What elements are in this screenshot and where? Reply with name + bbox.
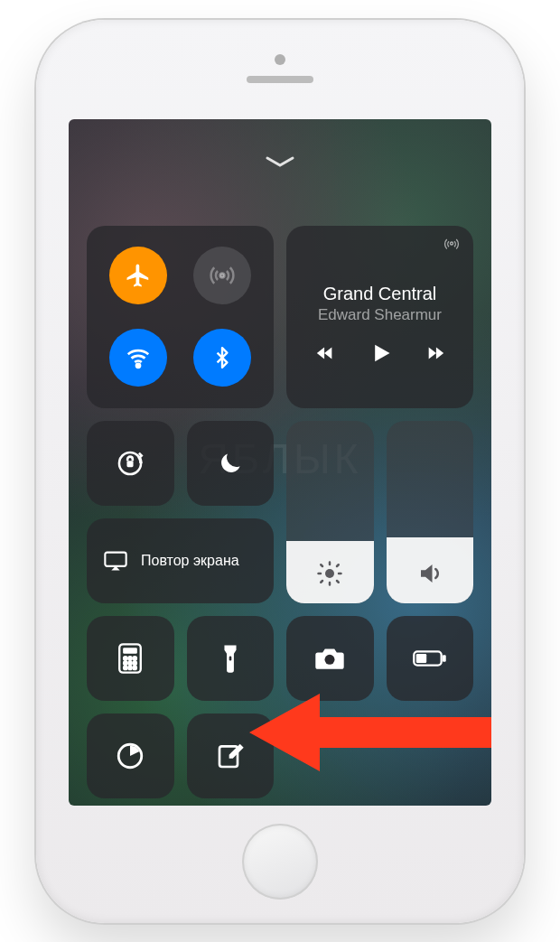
track-artist: Edward Shearmur: [303, 306, 457, 324]
orientation-lock-icon: [115, 448, 145, 479]
airplay-audio-icon[interactable]: [443, 237, 461, 256]
svg-point-2: [451, 242, 453, 245]
home-button[interactable]: [242, 824, 318, 900]
screen-mirroring-label: Повтор экрана: [141, 553, 239, 569]
camera-icon: [314, 646, 345, 671]
svg-point-9: [124, 657, 126, 659]
do-not-disturb-toggle[interactable]: [187, 421, 275, 506]
orientation-lock-toggle[interactable]: [87, 421, 174, 506]
cellular-icon: [209, 262, 236, 289]
calculator-icon: [117, 643, 143, 674]
front-camera: [275, 54, 285, 65]
svg-rect-21: [443, 655, 446, 662]
low-power-mode-tile[interactable]: [387, 616, 474, 701]
svg-point-11: [134, 657, 136, 659]
svg-point-10: [129, 657, 132, 659]
control-center: Grand Central Edward Shearmur: [69, 119, 491, 806]
screen-mirroring-button[interactable]: Повтор экрана: [87, 518, 274, 603]
bluetooth-toggle[interactable]: [193, 329, 251, 387]
control-center-grid: Grand Central Edward Shearmur: [87, 226, 473, 798]
cellular-data-toggle[interactable]: [193, 247, 251, 304]
airplane-icon: [125, 262, 152, 289]
calculator-tile[interactable]: [87, 616, 174, 701]
forward-button[interactable]: [424, 343, 447, 367]
brightness-icon: [316, 560, 343, 587]
svg-point-12: [124, 661, 126, 664]
wifi-toggle[interactable]: [109, 329, 167, 387]
svg-point-17: [134, 666, 136, 668]
timer-tile[interactable]: [87, 713, 174, 798]
compose-note-icon: [216, 741, 245, 770]
svg-point-14: [134, 661, 136, 664]
camera-tile[interactable]: [286, 616, 374, 701]
screen-mirroring-icon: [103, 550, 128, 572]
moon-icon: [217, 450, 244, 477]
earpiece-speaker: [247, 76, 313, 83]
svg-rect-22: [416, 653, 426, 662]
svg-rect-8: [123, 648, 137, 654]
timer-icon: [115, 741, 145, 771]
flashlight-icon: [221, 643, 239, 674]
svg-point-13: [129, 661, 132, 664]
svg-point-19: [325, 654, 335, 664]
screen: ЯБЛЫК: [69, 119, 491, 806]
airplane-mode-toggle[interactable]: [109, 247, 167, 304]
flashlight-tile[interactable]: [187, 616, 275, 701]
svg-point-15: [124, 666, 126, 668]
notes-tile[interactable]: [187, 713, 275, 798]
wifi-icon: [125, 344, 152, 371]
brightness-slider[interactable]: [286, 421, 374, 603]
iphone-device-frame: ЯБЛЫК: [36, 20, 524, 923]
svg-rect-18: [229, 656, 231, 660]
dismiss-chevron-icon[interactable]: [265, 155, 295, 172]
connectivity-group[interactable]: [87, 226, 274, 408]
play-button[interactable]: [368, 340, 393, 369]
svg-rect-4: [127, 461, 134, 467]
rewind-button[interactable]: [313, 343, 337, 367]
now-playing-tile[interactable]: Grand Central Edward Shearmur: [286, 226, 473, 408]
track-title: Grand Central: [303, 284, 457, 304]
svg-point-16: [129, 666, 132, 668]
svg-point-0: [220, 274, 225, 278]
svg-point-5: [325, 569, 334, 578]
svg-rect-6: [105, 552, 126, 565]
volume-slider[interactable]: [387, 421, 474, 603]
battery-icon: [413, 649, 447, 667]
bluetooth-icon: [210, 346, 234, 369]
volume-icon: [416, 560, 443, 587]
svg-point-1: [136, 364, 140, 368]
